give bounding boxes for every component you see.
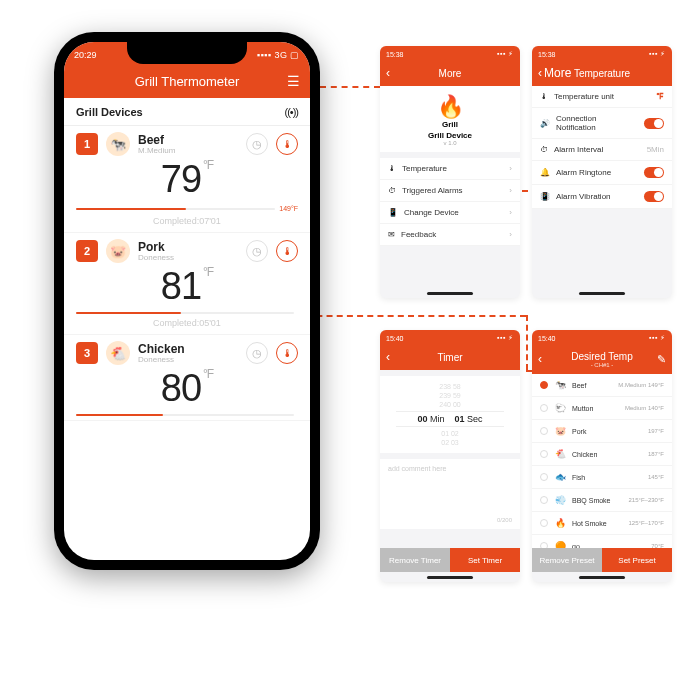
row-label: Alarm Vibration bbox=[556, 192, 611, 201]
radio[interactable] bbox=[540, 496, 548, 504]
back-button[interactable]: ‹ bbox=[538, 352, 542, 366]
preset-bbq-smoke[interactable]: 💨BBQ Smoke215°F–230°F bbox=[532, 489, 672, 512]
radio[interactable] bbox=[540, 450, 548, 458]
preset-mutton[interactable]: 🐑MuttonMedium 140°F bbox=[532, 397, 672, 420]
probe-card[interactable]: 3 🐔 Chicken Doneness ◷ 🌡 80°F bbox=[64, 335, 310, 421]
radio[interactable] bbox=[540, 473, 548, 481]
row-icon: 🌡 bbox=[388, 164, 396, 173]
comment-input[interactable]: add comment here 0/200 bbox=[380, 459, 520, 529]
menu-row-triggered-alarms[interactable]: ⏱Triggered Alarms› bbox=[380, 180, 520, 202]
row-icon: 📳 bbox=[540, 192, 550, 201]
setting-alarm-interval[interactable]: ⏱Alarm Interval5Min bbox=[532, 139, 672, 161]
meat-icon: 🔥 bbox=[554, 518, 566, 528]
remove-timer-button[interactable]: Remove Timer bbox=[380, 548, 450, 572]
app-title: Grill Thermometer bbox=[135, 74, 240, 89]
current-temp: 80°F bbox=[76, 367, 298, 410]
app-bar: ‹ More bbox=[380, 60, 520, 86]
chevron-right-icon: › bbox=[509, 208, 512, 217]
row-label: Temperature unit bbox=[554, 92, 614, 101]
preset-temp: M.Medium 149°F bbox=[618, 382, 664, 388]
preset-name: Beef bbox=[572, 382, 612, 389]
doneness-label: Doneness bbox=[138, 355, 185, 364]
status-bar: 15:40▪▪▪ ⚡︎ bbox=[532, 330, 672, 344]
devices-subbar: Grill Devices ((•)) bbox=[64, 98, 310, 126]
probe-number: 2 bbox=[76, 240, 98, 262]
settings-icon[interactable]: ☰ bbox=[287, 73, 300, 89]
radio[interactable] bbox=[540, 404, 548, 412]
preset-chicken[interactable]: 🐔Chicken187°F bbox=[532, 443, 672, 466]
edit-icon[interactable]: ✎ bbox=[657, 353, 666, 366]
probe-card[interactable]: 2 🐷 Pork Doneness ◷ 🌡 81°F Completed:05'… bbox=[64, 233, 310, 335]
target-temp: 149°F bbox=[279, 205, 298, 212]
probe-number: 1 bbox=[76, 133, 98, 155]
panel-temperature: 15:38▪▪▪ ⚡︎ ‹More Temperature 🌡Temperatu… bbox=[532, 46, 672, 298]
toggle[interactable] bbox=[644, 191, 664, 202]
timer-icon[interactable]: ◷ bbox=[246, 240, 268, 262]
meat-icon: 🐄 bbox=[554, 380, 566, 390]
meat-name: Beef bbox=[138, 134, 175, 146]
preset-name: Mutton bbox=[572, 405, 619, 412]
progress-bar bbox=[76, 312, 294, 314]
version: v 1.0 bbox=[380, 140, 520, 146]
preset-go[interactable]: 🟠go70°F bbox=[532, 535, 672, 548]
row-icon: 🔔 bbox=[540, 168, 550, 177]
completed-label: Completed:05'01 bbox=[76, 318, 298, 328]
preset-pork[interactable]: 🐷Pork197°F bbox=[532, 420, 672, 443]
timer-icon[interactable]: ◷ bbox=[246, 342, 268, 364]
title: Timer bbox=[437, 352, 462, 363]
setting-temperature-unit[interactable]: 🌡Temperature unit℉ bbox=[532, 86, 672, 108]
thermometer-icon[interactable]: 🌡 bbox=[276, 342, 298, 364]
phone-screen: 20:29 ▪▪▪▪ 3G ▢ Grill Thermometer ☰ Gril… bbox=[64, 42, 310, 560]
preset-beef[interactable]: 🐄BeefM.Medium 149°F bbox=[532, 374, 672, 397]
preset-name: Hot Smoke bbox=[572, 520, 623, 527]
set-timer-button[interactable]: Set Timer bbox=[450, 548, 520, 572]
probe-card[interactable]: 1 🐄 Beef M.Medium ◷ 🌡 79°F 149°F Complet… bbox=[64, 126, 310, 233]
subtitle: - CH#1 - bbox=[591, 362, 614, 368]
menu-row-change-device[interactable]: 📱Change Device› bbox=[380, 202, 520, 224]
setting-alarm-ringtone[interactable]: 🔔Alarm Ringtone bbox=[532, 161, 672, 185]
meat-icon: 🟠 bbox=[554, 541, 566, 548]
chevron-right-icon: › bbox=[509, 186, 512, 195]
thermometer-icon[interactable]: 🌡 bbox=[276, 133, 298, 155]
menu-row-temperature[interactable]: 🌡Temperature› bbox=[380, 158, 520, 180]
toggle[interactable] bbox=[644, 118, 664, 129]
progress-bar bbox=[76, 414, 294, 416]
toggle[interactable] bbox=[644, 167, 664, 178]
remove-preset-button[interactable]: Remove Preset bbox=[532, 548, 602, 572]
phone-frame: 20:29 ▪▪▪▪ 3G ▢ Grill Thermometer ☰ Gril… bbox=[54, 32, 320, 570]
radio[interactable] bbox=[540, 381, 548, 389]
status-time: 20:29 bbox=[74, 50, 97, 60]
preset-temp: 125°F–170°F bbox=[629, 520, 665, 526]
time-picker[interactable]: 238 58 239 59 240 00 00 Min 01 Sec 01 02… bbox=[380, 376, 520, 453]
back-button[interactable]: ‹ bbox=[386, 66, 390, 80]
status-bar: 15:38▪▪▪ ⚡︎ bbox=[380, 46, 520, 60]
app-logo: 🔥 Grill Grill Device v 1.0 bbox=[380, 86, 520, 152]
back-button[interactable]: ‹More bbox=[538, 66, 571, 80]
thermometer-icon[interactable]: 🌡 bbox=[276, 240, 298, 262]
back-button[interactable]: ‹ bbox=[386, 350, 390, 364]
setting-connection-notification[interactable]: 🔊Connection Notification bbox=[532, 108, 672, 139]
setting-alarm-vibration[interactable]: 📳Alarm Vibration bbox=[532, 185, 672, 209]
radio[interactable] bbox=[540, 519, 548, 527]
row-icon: 🔊 bbox=[540, 119, 550, 128]
meat-icon: 🐷 bbox=[554, 426, 566, 436]
meat-icon: 💨 bbox=[554, 495, 566, 505]
device-name: Grill Device bbox=[380, 131, 520, 140]
preset-name: Fish bbox=[572, 474, 642, 481]
set-preset-button[interactable]: Set Preset bbox=[602, 548, 672, 572]
timer-icon[interactable]: ◷ bbox=[246, 133, 268, 155]
row-label: Temperature bbox=[402, 164, 447, 173]
title: Desired Temp bbox=[571, 351, 633, 362]
preset-hot-smoke[interactable]: 🔥Hot Smoke125°F–170°F bbox=[532, 512, 672, 535]
preset-name: BBQ Smoke bbox=[572, 497, 623, 504]
preset-temp: 197°F bbox=[648, 428, 664, 434]
radio[interactable] bbox=[540, 427, 548, 435]
meat-icon: 🐔 bbox=[554, 449, 566, 459]
current-temp: 81°F bbox=[76, 265, 298, 308]
menu-row-feedback[interactable]: ✉Feedback› bbox=[380, 224, 520, 246]
status-network: ▪▪▪▪ 3G ▢ bbox=[257, 50, 300, 60]
probe-list[interactable]: 1 🐄 Beef M.Medium ◷ 🌡 79°F 149°F Complet… bbox=[64, 126, 310, 421]
preset-fish[interactable]: 🐟Fish145°F bbox=[532, 466, 672, 489]
app-bar: ‹ Timer bbox=[380, 344, 520, 370]
row-label: Triggered Alarms bbox=[402, 186, 463, 195]
